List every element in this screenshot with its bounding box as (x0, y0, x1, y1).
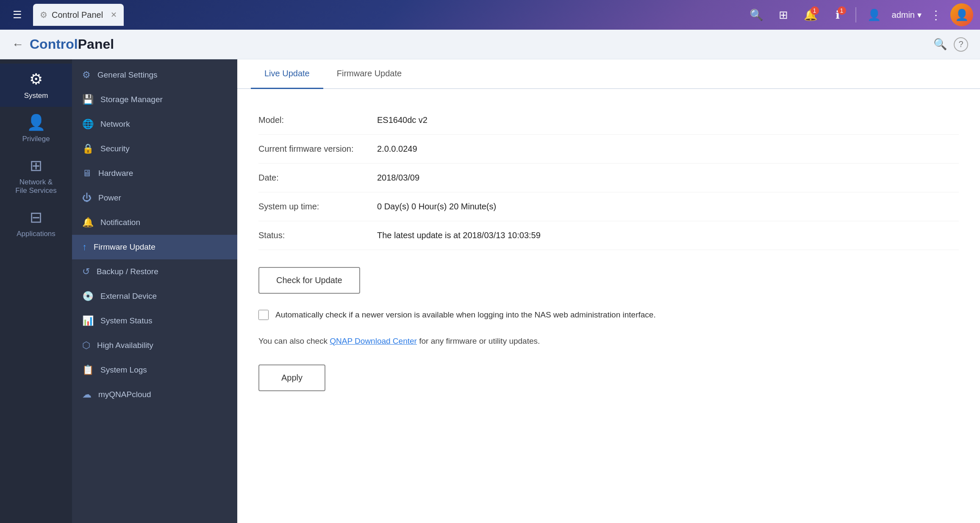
check-update-button[interactable]: Check for Update (258, 267, 360, 294)
sidebar-item-label-network-file: Network & File Services (15, 178, 56, 195)
date-label: Date: (258, 164, 377, 192)
nav-label-high-availability: High Availability (97, 341, 153, 350)
nav-item-security[interactable]: 🔒 Security (72, 136, 237, 161)
date-value: 2018/03/09 (377, 164, 959, 192)
left-sidebar: ⚙ System 👤 Privilege ⊞ Network & File Se… (0, 59, 72, 523)
help-icon[interactable]: ? (954, 37, 968, 52)
info-badge: 1 (838, 6, 846, 15)
sidebar-item-label-privilege: Privilege (22, 135, 50, 143)
nav-item-storage-manager[interactable]: 💾 Storage Manager (72, 87, 237, 112)
nav-item-power[interactable]: ⏻ Power (72, 186, 237, 210)
nav-label-notification: Notification (100, 218, 140, 227)
backup-restore-icon: ↺ (82, 266, 90, 277)
topbar-right: 🔍 ⊞ 🔔 1 ℹ 1 👤 admin ▾ ⋮ 👤 (747, 3, 973, 26)
user-menu[interactable]: admin ▾ (892, 10, 922, 20)
hardware-icon: 🖥 (82, 168, 92, 179)
tab-close-button[interactable]: ✕ (111, 10, 117, 19)
notification-nav-icon: 🔔 (82, 217, 94, 228)
nav-item-system-logs[interactable]: 📋 System Logs (72, 358, 237, 382)
security-icon: 🔒 (82, 143, 94, 154)
tab-firmware-update[interactable]: Firmware Update (323, 59, 415, 89)
tab-settings-icon: ⚙ (40, 10, 47, 20)
firmware-value: 2.0.0.0249 (377, 135, 959, 164)
uptime-value: 0 Day(s) 0 Hour(s) 20 Minute(s) (377, 192, 959, 221)
system-icon: ⚙ (29, 70, 43, 88)
nav-label-network: Network (100, 120, 130, 129)
download-suffix: for any firmware or utility updates. (417, 337, 540, 345)
info-table: Model: ES1640dc v2 Current firmware vers… (258, 106, 959, 250)
notification-button[interactable]: 🔔 1 (801, 6, 820, 24)
nav-label-power: Power (98, 193, 121, 203)
model-label: Model: (258, 106, 377, 135)
tabs-bar: Live Update Firmware Update (237, 59, 980, 89)
nav-item-system-status[interactable]: 📊 System Status (72, 309, 237, 333)
nav-label-security: Security (100, 144, 130, 153)
info-button[interactable]: ℹ 1 (828, 6, 847, 24)
nav-label-system-logs: System Logs (100, 365, 147, 375)
high-availability-icon: ⬡ (82, 340, 90, 351)
firmware-update-icon: ↑ (82, 242, 87, 253)
nav-item-high-availability[interactable]: ⬡ High Availability (72, 333, 237, 358)
divider (855, 7, 856, 22)
control-panel-tab[interactable]: ⚙ Control Panel ✕ (33, 4, 124, 26)
auto-check-checkbox[interactable] (258, 310, 269, 320)
myqnapcloud-icon: ☁ (82, 389, 92, 400)
avatar[interactable]: 👤 (950, 3, 973, 26)
auto-check-label: Automatically check if a newer version i… (275, 309, 656, 321)
user-icon: 👤 (865, 6, 883, 24)
nav-item-notification[interactable]: 🔔 Notification (72, 210, 237, 235)
nav-label-myqnapcloud: myQNAPcloud (98, 390, 151, 399)
external-device-icon: 💿 (82, 291, 94, 302)
system-status-icon: 📊 (82, 315, 94, 326)
nav-item-hardware[interactable]: 🖥 Hardware (72, 161, 237, 186)
tab-label: Control Panel (52, 10, 103, 20)
auto-check-row: Automatically check if a newer version i… (258, 309, 959, 321)
stack-button[interactable]: ⊞ (774, 6, 793, 24)
nav-item-backup-restore[interactable]: ↺ Backup / Restore (72, 259, 237, 284)
nav-item-general-settings[interactable]: ⚙ General Settings (72, 63, 237, 87)
nav-label-external-device: External Device (100, 292, 157, 301)
breadcrumb-bar: ← ControlPanel 🔍 ? (0, 30, 980, 59)
mid-nav: ⚙ General Settings 💾 Storage Manager 🌐 N… (72, 59, 237, 523)
tab-live-update[interactable]: Live Update (251, 59, 323, 89)
nav-label-general-settings: General Settings (97, 70, 158, 80)
firmware-label: Current firmware version: (258, 135, 377, 164)
topbar: ☰ ⚙ Control Panel ✕ 🔍 ⊞ 🔔 1 ℹ 1 👤 admin … (0, 0, 980, 30)
model-value: ES1640dc v2 (377, 106, 959, 135)
nav-item-myqnapcloud[interactable]: ☁ myQNAPcloud (72, 382, 237, 407)
sidebar-item-privilege[interactable]: 👤 Privilege (0, 107, 72, 150)
apply-button[interactable]: Apply (258, 364, 325, 391)
status-value: The latest update is at 2018/03/13 10:03… (377, 221, 959, 250)
sidebar-item-system[interactable]: ⚙ System (0, 64, 72, 107)
user-label: admin (892, 10, 915, 20)
privilege-icon: 👤 (27, 114, 46, 131)
download-prefix: You can also check (258, 337, 330, 345)
notification-badge: 1 (811, 6, 819, 15)
power-icon: ⏻ (82, 192, 92, 203)
back-button[interactable]: ← (12, 38, 24, 51)
uptime-label: System up time: (258, 192, 377, 221)
breadcrumb-right: 🔍 ? (933, 37, 968, 52)
network-file-icon: ⊞ (30, 157, 42, 175)
general-settings-icon: ⚙ (82, 70, 91, 81)
nav-label-system-status: System Status (100, 316, 153, 325)
nav-label-firmware-update: Firmware Update (94, 242, 155, 252)
nav-label-storage-manager: Storage Manager (100, 95, 163, 104)
more-button[interactable]: ⋮ (930, 8, 942, 22)
sidebar-item-network-file[interactable]: ⊞ Network & File Services (0, 150, 72, 202)
nav-label-hardware: Hardware (98, 169, 133, 178)
title-panel: Panel (78, 36, 114, 52)
nav-item-network[interactable]: 🌐 Network (72, 112, 237, 136)
download-center-text: You can also check QNAP Download Center … (258, 335, 959, 348)
system-logs-icon: 📋 (82, 364, 94, 376)
menu-icon: ☰ (13, 9, 22, 21)
qnap-download-center-link[interactable]: QNAP Download Center (330, 337, 417, 345)
menu-button[interactable]: ☰ (7, 4, 28, 25)
user-dropdown-icon: ▾ (917, 10, 922, 20)
nav-item-external-device[interactable]: 💿 External Device (72, 284, 237, 309)
breadcrumb-search-icon[interactable]: 🔍 (933, 38, 947, 51)
search-button[interactable]: 🔍 (747, 6, 766, 24)
content-area: Live Update Firmware Update Model: ES164… (237, 59, 980, 523)
nav-item-firmware-update[interactable]: ↑ Firmware Update (72, 235, 237, 259)
sidebar-item-applications[interactable]: ⊟ Applications (0, 202, 72, 245)
